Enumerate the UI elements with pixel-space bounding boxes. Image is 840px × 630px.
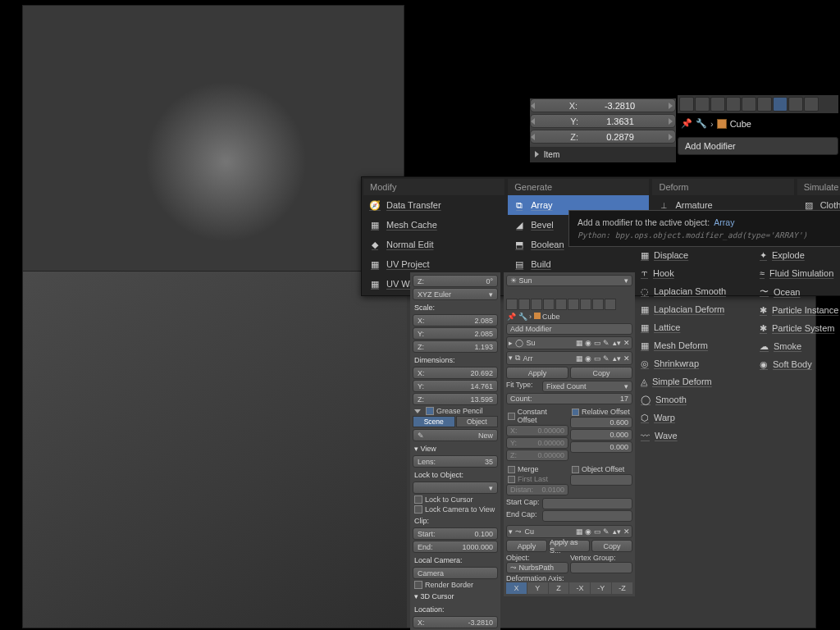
mod-mesh-cache[interactable]: ▦Mesh Cache [363, 215, 504, 235]
camera-field[interactable]: Camera [413, 567, 498, 579]
mod-subsurf-header[interactable]: ▸ ◯Su▦ ◉ ▭ ✎▴▾ ✕ [506, 336, 632, 349]
mod-array-header[interactable]: ▾ ⧉Arr▦ ◉ ▭ ✎▴▾ ✕ [506, 351, 632, 365]
lock-to-cursor[interactable]: Lock to Cursor [413, 495, 498, 504]
constant-offset-check[interactable]: Constant Offset [506, 407, 568, 425]
axis-z[interactable]: Z [549, 582, 569, 594]
lap-deform-icon: ▦ [641, 304, 649, 315]
curve-object-field[interactable]: ⤳ NurbsPath [506, 562, 568, 573]
prop-tab-6[interactable] [568, 299, 579, 310]
vertex-group-field[interactable] [570, 562, 632, 573]
mod-soft-body[interactable]: ◉Soft Body [755, 355, 840, 373]
fit-type-dropdown[interactable]: Fixed Count▾ [542, 381, 632, 392]
prop-tab-7[interactable] [580, 299, 591, 310]
dim-y[interactable]: Y:14.761 [413, 380, 498, 392]
scale-y[interactable]: Y:2.085 [413, 327, 498, 340]
wrench-icon: 🔧 [696, 118, 707, 129]
prop-tab-9[interactable] [605, 299, 616, 310]
n-panel: Z:0° XYZ Euler▾ Scale: X:2.085 Y:2.085 Z… [410, 272, 500, 630]
clip-end[interactable]: End:1000.000 [413, 541, 498, 553]
dim-z[interactable]: Z:13.595 [413, 393, 498, 405]
mod-particle-system[interactable]: ✱Particle System [755, 319, 840, 337]
apply-as-shape[interactable]: Apply as S... [549, 540, 590, 552]
mod-particle-instance[interactable]: ✱Particle Instance [755, 301, 840, 319]
transform-z-field[interactable]: Z:0.2879 [530, 130, 676, 144]
rel-z[interactable]: 0.000 [570, 441, 632, 453]
item-panel-header[interactable]: Item [530, 147, 676, 162]
lock-object-field[interactable]: ▾ [413, 482, 498, 494]
clip-start[interactable]: Start:0.100 [413, 527, 498, 540]
apply-button[interactable]: Apply [506, 367, 568, 379]
outliner-sun[interactable]: ☀ Sun▾ [506, 275, 632, 286]
mod-data-transfer[interactable]: 🧭Data Transfer [363, 195, 504, 215]
prop-tab-2[interactable] [518, 299, 530, 310]
local-camera-label: Local Camera: [413, 554, 498, 567]
rot-z-field[interactable]: Z:0° [413, 275, 498, 287]
mod-ocean[interactable]: 〜Ocean [755, 282, 840, 301]
tab-render-icon[interactable] [679, 97, 694, 112]
merge-check[interactable]: Merge [506, 464, 568, 474]
prop-tab-8[interactable] [592, 299, 604, 310]
tab-layers-icon[interactable] [695, 97, 710, 112]
pin-icon[interactable]: 📌 [681, 118, 692, 129]
axis-y[interactable]: Y [527, 582, 548, 594]
add-modifier-small[interactable]: Add Modifier [506, 323, 632, 335]
add-modifier-dropdown[interactable]: Add Modifier [678, 137, 838, 155]
prop-tab-5[interactable] [555, 299, 567, 310]
axis-nz[interactable]: -Z [612, 582, 632, 594]
rel-x[interactable]: 0.600 [570, 417, 632, 428]
tab-scene-icon[interactable] [710, 97, 725, 112]
tab-constraints-icon[interactable] [757, 97, 772, 112]
axis-nx[interactable]: -X [569, 582, 590, 594]
prop-tab-3[interactable] [531, 299, 542, 310]
dim-x[interactable]: X:20.692 [413, 367, 498, 379]
mod-explode[interactable]: ✦Explode [755, 246, 840, 264]
lattice-icon: ▦ [641, 322, 649, 333]
cursor-x[interactable]: X:-3.2810 [413, 616, 498, 628]
mod-smooth[interactable]: ◯Smooth [636, 390, 840, 409]
copy-button[interactable]: Copy [570, 367, 632, 379]
mod-fluid[interactable]: ≈Fluid Simulation [755, 264, 840, 282]
tab-material-icon[interactable] [804, 97, 819, 112]
end-cap-field[interactable] [542, 510, 632, 522]
tooltip-value: Array [714, 217, 734, 227]
mod-uv-project[interactable]: ▦UV Project [363, 254, 504, 274]
mod-simple-deform[interactable]: ◬Simple Deform [636, 372, 840, 390]
copy-button-2[interactable]: Copy [591, 540, 632, 552]
scale-x[interactable]: X:2.085 [413, 314, 498, 326]
apply-button-2[interactable]: Apply [506, 540, 547, 552]
render-border[interactable]: Render Border [413, 580, 498, 590]
tab-world-icon[interactable] [726, 97, 741, 112]
vertex-group-label: Vertex Group: [570, 554, 616, 562]
mod-warp[interactable]: ⬡Warp [636, 409, 840, 427]
cursor3d-header[interactable]: ▾ 3D Cursor [413, 590, 498, 603]
mod-wave[interactable]: 〰Wave [636, 427, 840, 445]
rot-mode-dropdown[interactable]: XYZ Euler▾ [413, 288, 498, 300]
scale-z[interactable]: Z:1.193 [413, 340, 498, 353]
rel-y[interactable]: 0.000 [570, 429, 632, 441]
viewport-bottom-3d[interactable] [23, 272, 407, 628]
gp-new[interactable]: ✎New [413, 429, 498, 441]
count-field[interactable]: Count:17 [506, 393, 632, 404]
view-header[interactable]: ▾ View [413, 442, 498, 455]
lens-field[interactable]: Lens:35 [413, 455, 498, 468]
tab-data-icon[interactable] [788, 97, 803, 112]
lock-camera[interactable]: Lock Camera to View [413, 504, 498, 514]
gp-source-toggle[interactable]: SceneObject [413, 416, 498, 427]
object-offset-check[interactable]: Object Offset [570, 464, 632, 474]
prop-tab-4[interactable] [543, 299, 555, 310]
const-x: X:0.00000 [506, 425, 568, 436]
start-cap-field[interactable] [542, 498, 632, 509]
grease-pencil-header[interactable]: Grease Pencil [413, 406, 498, 416]
mod-curve-header[interactable]: ▾ ⤳Cu▦ ◉ ▭ ✎▴▾ ✕ [506, 525, 632, 538]
mod-build[interactable]: ▤Build [508, 254, 649, 274]
mod-smoke[interactable]: ☁Smoke [755, 337, 840, 355]
mod-normal-edit[interactable]: ◆Normal Edit [363, 235, 504, 254]
relative-offset-check[interactable]: Relative Offset [570, 407, 632, 417]
transform-x-field[interactable]: X:-3.2810 [530, 98, 676, 112]
axis-ny[interactable]: -Y [591, 582, 611, 594]
axis-x[interactable]: X [506, 582, 527, 594]
tab-object-icon[interactable] [742, 97, 756, 112]
prop-tab-1[interactable] [506, 299, 518, 310]
tab-modifiers-icon[interactable] [773, 97, 788, 112]
transform-y-field[interactable]: Y:1.3631 [530, 114, 676, 128]
